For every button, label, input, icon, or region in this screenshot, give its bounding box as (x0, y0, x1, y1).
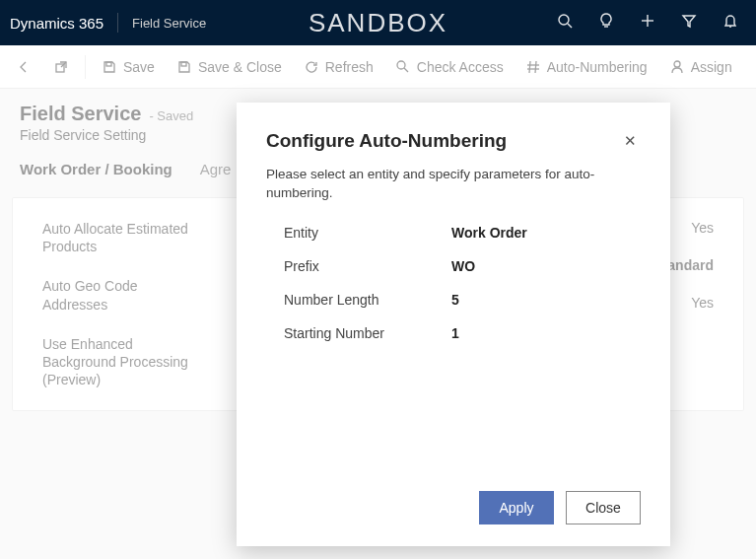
filter-icon[interactable] (681, 13, 697, 33)
close-icon[interactable]: ✕ (620, 130, 641, 152)
dialog-title: Configure Auto-Numbering (266, 130, 507, 152)
svg-point-0 (559, 15, 569, 25)
entity-value[interactable]: Work Order (451, 225, 527, 241)
header-actions (557, 13, 746, 33)
module-name[interactable]: Field Service (132, 16, 206, 31)
global-header: Dynamics 365 Field Service SANDBOX (0, 0, 756, 45)
header-divider (117, 13, 118, 33)
close-button[interactable]: Close (566, 491, 641, 524)
dialog-fields: Entity Work Order Prefix WO Number Lengt… (266, 225, 641, 341)
auto-numbering-dialog: Configure Auto-Numbering ✕ Please select… (237, 103, 670, 546)
lightbulb-icon[interactable] (598, 13, 614, 33)
field-length: Number Length 5 (284, 292, 641, 308)
app-title: Dynamics 365 (10, 15, 103, 32)
field-entity: Entity Work Order (284, 225, 641, 241)
dialog-description: Please select an entity and specify para… (266, 166, 641, 203)
bell-icon[interactable] (722, 13, 738, 33)
length-value[interactable]: 5 (451, 292, 459, 308)
field-start: Starting Number 1 (284, 325, 641, 341)
field-prefix: Prefix WO (284, 258, 641, 274)
environment-badge: SANDBOX (309, 8, 447, 38)
prefix-label: Prefix (284, 258, 451, 274)
length-label: Number Length (284, 292, 451, 308)
search-icon[interactable] (557, 13, 573, 33)
start-label: Starting Number (284, 325, 451, 341)
plus-icon[interactable] (640, 13, 655, 33)
header-left: Dynamics 365 Field Service (10, 13, 206, 33)
svg-line-1 (568, 24, 572, 28)
apply-button[interactable]: Apply (479, 491, 554, 524)
entity-label: Entity (284, 225, 451, 241)
prefix-value[interactable]: WO (451, 258, 475, 274)
dialog-footer: Apply Close (266, 461, 641, 524)
start-value[interactable]: 1 (451, 325, 459, 341)
